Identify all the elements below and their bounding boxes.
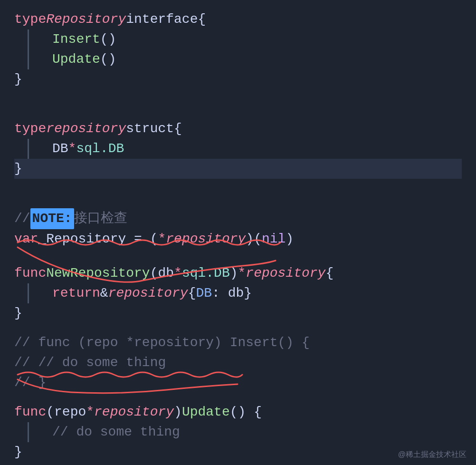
func-receiver-type: repository <box>94 402 174 422</box>
note-badge: NOTE: <box>30 208 74 229</box>
brace-open-2: { <box>174 119 182 139</box>
func-update-params: () { <box>230 402 262 422</box>
line-1: type Repository interface { <box>14 10 462 29</box>
line-7: } <box>14 159 462 179</box>
empty-4 <box>14 199 462 208</box>
var-close: ) <box>286 229 294 249</box>
line-commented-func-2: // // do some thing <box>14 353 462 373</box>
line-commented-func-1: // func (repo *repository) Insert() { <box>14 333 462 353</box>
func-star-2: * <box>86 402 94 422</box>
kw-func-1: func <box>14 263 46 283</box>
kw-var: var <box>14 229 38 249</box>
paren-update: () <box>100 49 116 69</box>
line-commented-func-3: // } <box>14 373 462 393</box>
line-var: var _ Repository = (*repository)(nil) <box>14 229 462 249</box>
keyword-type: type <box>14 10 46 29</box>
method-update: Update <box>52 49 100 69</box>
brace-open: { <box>198 10 206 29</box>
identifier-repository: Repository <box>46 10 126 29</box>
code-block: type Repository interface { Insert() Upd… <box>0 0 476 465</box>
func-star-1: * <box>174 263 182 283</box>
func-receiver: (repo <box>46 402 86 422</box>
field-sql-db: sql.DB <box>76 139 124 159</box>
line-do-thing: // do some thing <box>14 422 462 442</box>
func-brace-1: { <box>325 263 333 283</box>
line-4: } <box>14 69 462 89</box>
method-insert: Insert <box>52 29 100 49</box>
comment-do-thing-2: // do some thing <box>52 422 180 442</box>
var-star: * <box>158 229 166 249</box>
line-3: Update() <box>14 49 462 69</box>
close-brace-3: } <box>14 303 22 323</box>
func-ret-star: * <box>238 263 246 283</box>
close-brace-2: } <box>14 159 22 179</box>
func-ret-type: repository <box>246 263 325 283</box>
return-brace: { <box>188 283 196 303</box>
kw-return: return <box>52 283 100 303</box>
return-amp: & <box>100 283 108 303</box>
line-func-new: func NewRepository(db *sql.DB) *reposito… <box>14 263 462 283</box>
return-colon: : db} <box>212 283 252 303</box>
comment-func-insert: // func (repo *repository) Insert() { <box>14 333 310 353</box>
line-5: type repository struct { <box>14 119 462 139</box>
func-ret-1: ) <box>230 263 238 283</box>
return-repo: repository <box>108 283 188 303</box>
identifier-repository-lc: repository <box>46 119 126 139</box>
var-repo: repository <box>166 229 246 249</box>
func-name-new: NewRepository <box>46 263 150 283</box>
func-receiver-close: ) <box>174 402 182 422</box>
empty-5 <box>14 249 462 263</box>
line-func-update: func (repo *repository) Update() { <box>14 402 462 422</box>
line-close-2: } <box>14 303 462 323</box>
paren-insert: () <box>100 29 116 49</box>
comment-slash: // <box>14 209 30 229</box>
empty-7 <box>14 393 462 402</box>
line-comment-note: // NOTE: 接口检查 <box>14 208 462 229</box>
keyword-interface: interface <box>126 10 198 29</box>
var-blank: _ <box>38 229 46 249</box>
field-star: * <box>68 139 76 159</box>
close-brace-1: } <box>14 69 22 89</box>
keyword-struct: struct <box>126 119 174 139</box>
line-close-final: } <box>14 442 462 462</box>
var-type: Repository = ( <box>46 229 158 249</box>
close-brace-final: } <box>14 442 22 462</box>
var-paren: )( <box>246 229 262 249</box>
func-params-1: (db <box>150 263 174 283</box>
comment-text: 接口检查 <box>74 209 127 229</box>
line-return: return &repository{DB: db} <box>14 283 462 303</box>
func-sqldb-1: sql.DB <box>182 263 230 283</box>
watermark: @稀土掘金技术社区 <box>398 449 466 460</box>
empty-2 <box>14 109 462 119</box>
empty-6 <box>14 323 462 333</box>
empty-3 <box>14 179 462 199</box>
empty-1 <box>14 89 462 109</box>
func-name-update: Update <box>182 402 230 422</box>
field-db: DB <box>52 139 68 159</box>
line-2: Insert() <box>14 29 462 49</box>
keyword-type-2: type <box>14 119 46 139</box>
comment-close-brace: // } <box>14 373 46 393</box>
kw-func-2: func <box>14 402 46 422</box>
return-db-key: DB <box>196 283 212 303</box>
comment-do-thing: // // do some thing <box>14 353 166 373</box>
line-6: DB *sql.DB <box>14 139 462 159</box>
var-nil: nil <box>262 229 286 249</box>
